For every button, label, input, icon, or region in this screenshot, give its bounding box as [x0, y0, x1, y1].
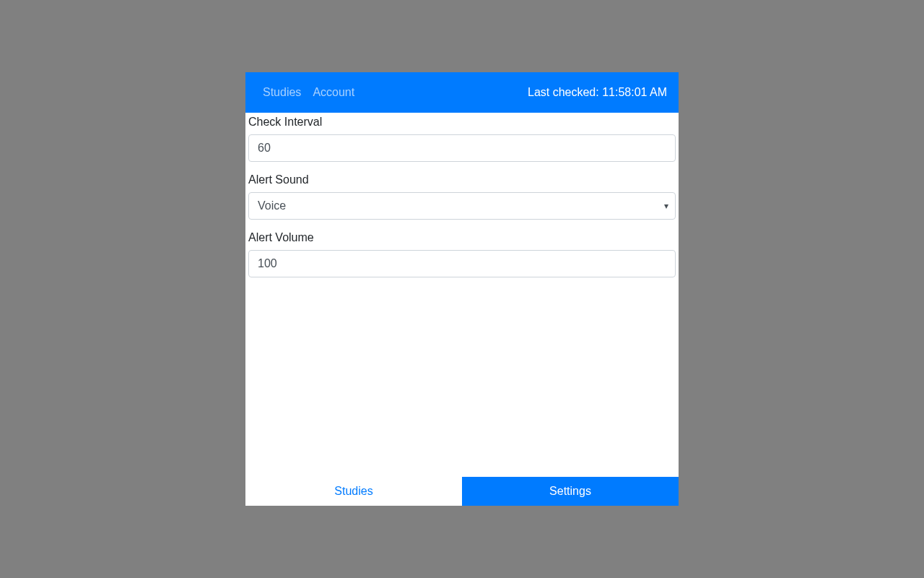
check-interval-input[interactable]	[248, 134, 676, 162]
header: Studies Account Last checked: 11:58:01 A…	[245, 72, 679, 113]
check-interval-group: Check Interval	[248, 116, 676, 162]
tab-studies[interactable]: Studies	[245, 477, 462, 506]
alert-sound-select-wrapper: Voice	[248, 192, 676, 220]
alert-sound-group: Alert Sound Voice	[248, 173, 676, 220]
settings-content: Check Interval Alert Sound Voice Alert V…	[245, 113, 679, 477]
nav-link-studies[interactable]: Studies	[263, 86, 301, 99]
nav-link-account[interactable]: Account	[313, 86, 354, 99]
alert-volume-group: Alert Volume	[248, 231, 676, 277]
check-interval-label: Check Interval	[248, 116, 676, 129]
app-window: Studies Account Last checked: 11:58:01 A…	[245, 72, 679, 506]
tab-settings[interactable]: Settings	[462, 477, 679, 506]
alert-volume-input[interactable]	[248, 250, 676, 277]
alert-volume-label: Alert Volume	[248, 231, 676, 244]
alert-sound-label: Alert Sound	[248, 173, 676, 186]
header-nav: Studies Account	[257, 86, 354, 99]
last-checked-status: Last checked: 11:58:01 AM	[528, 86, 667, 99]
bottom-tabs: Studies Settings	[245, 477, 679, 506]
alert-sound-select[interactable]: Voice	[248, 192, 676, 220]
